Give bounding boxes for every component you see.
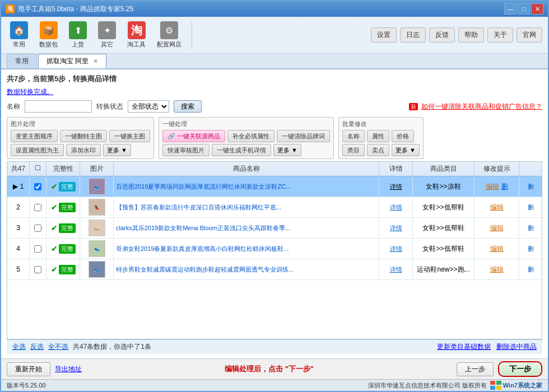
search-button[interactable]: 搜索 bbox=[174, 100, 202, 113]
gen-mobile-btn[interactable]: 一键生成手机详情 bbox=[212, 144, 271, 156]
row5-complete-badge: 完整 bbox=[59, 265, 76, 274]
add-watermark-btn[interactable]: 添加水印 bbox=[66, 144, 101, 156]
data-convert-status: 数据转换完成。 bbox=[7, 87, 542, 97]
nav-hint-text: 编辑处理后，点击 bbox=[225, 365, 283, 373]
row3-num: 3 bbox=[7, 218, 30, 238]
toolbar-taobao[interactable]: 淘 淘工具 bbox=[124, 20, 149, 50]
row2-detail[interactable]: 详情 bbox=[379, 197, 413, 217]
col-check[interactable]: ☐ bbox=[30, 162, 46, 176]
fill-required-btn[interactable]: 补全必填属性 bbox=[227, 130, 274, 142]
row3-checkbox[interactable] bbox=[34, 225, 41, 232]
toolbar-taobao-label: 淘工具 bbox=[127, 40, 146, 49]
name-input[interactable] bbox=[25, 100, 92, 113]
tab-close-icon[interactable]: ✕ bbox=[93, 58, 98, 64]
prev-button[interactable]: 上一步 bbox=[457, 362, 494, 376]
row2-check[interactable] bbox=[30, 197, 46, 217]
batch-sellpoint-btn[interactable]: 卖点 bbox=[367, 144, 389, 156]
feedback-button[interactable]: 反馈 bbox=[429, 27, 455, 43]
one-click-section: 一键处理 🔗 一键关联源商品 补全必填属性 一键清除品牌词 快速审核图片 一键生… bbox=[159, 117, 334, 159]
row4-checkbox[interactable] bbox=[34, 245, 41, 253]
row3-name[interactable]: clarks其乐2019新款女鞋Mena Bloom正装浅口尖头高跟鞋春季... bbox=[114, 218, 379, 238]
toolbar-config[interactable]: ⚙ 配置网店 bbox=[153, 20, 185, 50]
row2-edit-link[interactable]: 编辑 bbox=[490, 203, 504, 212]
help-button[interactable]: 帮助 bbox=[458, 27, 484, 43]
row3-edit-link[interactable]: 编辑 bbox=[490, 223, 504, 233]
settings-button[interactable]: 设置 bbox=[371, 27, 397, 43]
batch-row1: 名称 属性 价格 bbox=[342, 130, 420, 142]
row4-check[interactable] bbox=[30, 239, 46, 259]
image-section-title: 图片处理 bbox=[11, 120, 150, 128]
reverse-select-link[interactable]: 反选 bbox=[30, 342, 44, 352]
about-button[interactable]: 关于 bbox=[487, 27, 513, 43]
row1-name[interactable]: 百思图2019夏季商场同款网面厚底流行网红休闲新款女凉鞋ZC... bbox=[114, 176, 379, 197]
toolbar-config-label: 配置网店 bbox=[157, 40, 182, 49]
step-info: 共7步，当前第5步，转换商品详情 bbox=[7, 74, 542, 84]
toolbar: 🏠 常用 📦 数据包 ⬆ 上货 ✦ 其它 淘 淘工具 ⚙ 配置网店 设置 日志 … bbox=[1, 17, 548, 54]
row5-edit-link[interactable]: 编辑 bbox=[490, 265, 504, 274]
row5-name[interactable]: 特步男鞋女鞋减震碳震运动鞋跑步鞋超轻减震网面透气专业训练... bbox=[114, 259, 379, 279]
clear-brand-btn[interactable]: 一键清除品牌词 bbox=[277, 130, 330, 142]
row1-img: 👟 bbox=[80, 176, 114, 197]
batch-more-btn[interactable]: 更多 ▼ bbox=[392, 144, 420, 156]
review-images-btn[interactable]: 快速审核图片 bbox=[162, 144, 210, 156]
batch-row2: 类目 卖点 更多 ▼ bbox=[342, 144, 420, 156]
data-convert-link[interactable]: 数据转换完成。 bbox=[7, 88, 54, 96]
row5-extra: 删 bbox=[519, 259, 542, 279]
row5-check[interactable] bbox=[30, 259, 46, 279]
row3-check[interactable] bbox=[30, 218, 46, 238]
flip-main-btn[interactable]: 一键翻转主图 bbox=[60, 130, 107, 142]
row4-edit-link[interactable]: 编辑 bbox=[490, 244, 504, 254]
close-button[interactable]: ✕ bbox=[531, 3, 543, 15]
col-detail: 详情 bbox=[379, 162, 413, 176]
batch-price-btn[interactable]: 价格 bbox=[392, 130, 414, 142]
toolbar-data[interactable]: 📦 数据包 bbox=[36, 20, 61, 50]
toolbar-other[interactable]: ✦ 其它 bbox=[95, 20, 119, 50]
row1-checkbox[interactable] bbox=[34, 183, 41, 190]
batch-category-btn[interactable]: 类目 bbox=[342, 144, 365, 156]
batch-attr-btn[interactable]: 属性 bbox=[367, 130, 389, 142]
link-source-btn[interactable]: 🔗 一键关联源商品 bbox=[162, 130, 225, 142]
row1-del-link[interactable]: 删 bbox=[501, 182, 508, 192]
status-select[interactable]: 全部状态 已转换 未转换 bbox=[128, 100, 169, 113]
set-attr-main-btn[interactable]: 设置属性图为主 bbox=[11, 144, 64, 156]
image-more-btn[interactable]: 更多 ▼ bbox=[103, 144, 131, 156]
delete-selected-link[interactable]: 删除选中商品 bbox=[496, 342, 537, 352]
row3-detail[interactable]: 详情 bbox=[379, 218, 413, 238]
row3-complete-badge: 完整 bbox=[59, 223, 76, 233]
app-icon: 甩 bbox=[6, 4, 15, 13]
tab-common[interactable]: 常用 bbox=[7, 54, 37, 68]
row1-check[interactable] bbox=[30, 176, 46, 197]
maximize-button[interactable]: □ bbox=[518, 3, 530, 15]
row5-check-icon: ✔ bbox=[51, 265, 58, 274]
one-click-more-btn[interactable]: 更多 ▼ bbox=[273, 144, 301, 156]
row1-edit-link[interactable]: 编辑 bbox=[486, 182, 499, 192]
batch-name-btn[interactable]: 名称 bbox=[342, 130, 365, 142]
log-button[interactable]: 日志 bbox=[400, 27, 426, 43]
row5-detail[interactable]: 详情 bbox=[379, 259, 413, 279]
tab-taobao[interactable]: 抓取淘宝 阿里 ✕ bbox=[38, 54, 106, 68]
row2-name[interactable]: 【预售】苏苏春新款流行牛皮深口百搭休闲乐福鞋网红平底... bbox=[114, 197, 379, 217]
row2-checkbox[interactable] bbox=[34, 204, 41, 211]
status-right: 深圳市华速互点信息技术有限公司 版权所有 Win7系统之家 bbox=[368, 381, 542, 390]
next-button[interactable]: 下一步 bbox=[498, 361, 542, 377]
export-address-link[interactable]: 导出地址 bbox=[55, 365, 82, 374]
toolbar-data-label: 数据包 bbox=[39, 40, 58, 49]
update-category-link[interactable]: 更新类目基础数据 bbox=[437, 342, 491, 352]
restart-button[interactable]: 重新开始 bbox=[7, 362, 50, 376]
row1-detail[interactable]: 详情 bbox=[379, 176, 413, 197]
minimize-button[interactable]: — bbox=[504, 3, 517, 15]
toolbar-upload[interactable]: ⬆ 上货 bbox=[66, 20, 90, 50]
select-all-link[interactable]: 全选 bbox=[12, 342, 26, 352]
help-link[interactable]: 如何一键清除关联商品和促销广告信息？ bbox=[421, 102, 542, 110]
toolbar-home[interactable]: 🏠 常用 bbox=[7, 20, 31, 50]
change-main-btn[interactable]: 一键换主图 bbox=[109, 130, 150, 142]
change-main-order-btn[interactable]: 变更主图顺序 bbox=[11, 130, 58, 142]
deselect-all-link[interactable]: 全不选 bbox=[48, 342, 68, 352]
row4-name[interactable]: 哥弟女鞋2019春夏新款真皮厚底增高小白鞋网红松糕休闲板鞋... bbox=[114, 239, 379, 259]
status-label: 转换状态 bbox=[96, 102, 123, 111]
official-site-button[interactable]: 官网 bbox=[517, 27, 542, 43]
row5-category: 运动鞋new>>跑... bbox=[413, 259, 474, 279]
row4-detail[interactable]: 详情 bbox=[379, 239, 413, 259]
row5-checkbox[interactable] bbox=[34, 266, 41, 273]
product-table: 共47 ☐ 完整性 图片 商品名称 详情 商品类目 修改提示 ▶ 1 bbox=[7, 161, 542, 339]
